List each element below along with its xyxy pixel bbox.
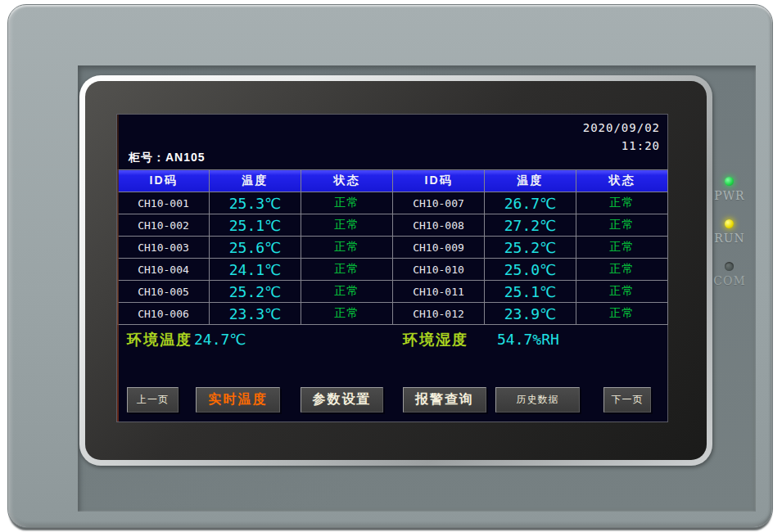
datetime-display: 2020/09/02 11:20 bbox=[583, 119, 660, 155]
realtime-temperature-button[interactable]: 实时温度 bbox=[196, 387, 280, 413]
channel-id-cell: CH10-009 bbox=[393, 237, 485, 259]
temperature-cell: 25.2℃ bbox=[210, 281, 301, 303]
power-led-label: PWR bbox=[712, 189, 748, 202]
table-header-row: ID码 温度 状态 ID码 温度 状态 bbox=[118, 170, 668, 192]
channel-id-cell: CH10-007 bbox=[393, 192, 485, 214]
status-cell: 正常 bbox=[576, 303, 668, 325]
status-cell: 正常 bbox=[301, 303, 393, 325]
header-temp-1: 温度 bbox=[210, 170, 301, 192]
channel-id-cell: CH10-001 bbox=[118, 192, 210, 214]
status-cell: 正常 bbox=[301, 237, 393, 259]
temperature-cell: 25.1℃ bbox=[485, 281, 576, 303]
temperature-cell: 26.7℃ bbox=[485, 192, 576, 214]
alarm-query-button[interactable]: 报警查询 bbox=[403, 387, 486, 413]
channel-id-cell: CH10-004 bbox=[118, 259, 210, 281]
prev-page-button[interactable]: 上一页 bbox=[127, 387, 179, 413]
power-led-icon bbox=[725, 177, 734, 186]
table-row: CH10-004 24.1℃ 正常 CH10-010 25.0℃ 正常 bbox=[118, 259, 668, 281]
status-cell: 正常 bbox=[576, 214, 668, 237]
channel-id-cell: CH10-006 bbox=[118, 303, 210, 325]
header-status-1: 状态 bbox=[301, 170, 393, 192]
channel-id-cell: CH10-003 bbox=[118, 237, 210, 259]
table-row: CH10-003 25.6℃ 正常 CH10-009 25.2℃ 正常 bbox=[118, 237, 668, 259]
channel-id-cell: CH10-011 bbox=[393, 281, 485, 303]
temperature-cell: 25.1℃ bbox=[210, 214, 301, 237]
parameter-settings-button[interactable]: 参数设置 bbox=[301, 387, 383, 413]
table-row: CH10-006 23.3℃ 正常 CH10-012 23.9℃ 正常 bbox=[118, 303, 668, 325]
temperature-cell: 23.9℃ bbox=[485, 303, 576, 325]
status-cell: 正常 bbox=[301, 281, 393, 303]
channel-id-cell: CH10-012 bbox=[393, 303, 485, 325]
table-row: CH10-002 25.1℃ 正常 CH10-008 27.2℃ 正常 bbox=[118, 214, 668, 237]
ambient-humidity-label: 环境湿度 bbox=[403, 330, 468, 349]
header-id-1: ID码 bbox=[118, 170, 210, 192]
temperature-cell: 25.6℃ bbox=[210, 237, 301, 259]
status-cell: 正常 bbox=[576, 192, 668, 214]
temperature-cell: 24.1℃ bbox=[210, 259, 301, 281]
header-status-2: 状态 bbox=[576, 170, 668, 192]
cabinet-number-label: 柜号：AN105 bbox=[129, 151, 206, 165]
temperature-cell: 25.2℃ bbox=[485, 237, 576, 259]
next-page-button[interactable]: 下一页 bbox=[603, 387, 651, 413]
channel-id-cell: CH10-008 bbox=[393, 214, 485, 237]
com-led-icon bbox=[725, 262, 734, 271]
temperature-table: ID码 温度 状态 ID码 温度 状态 CH10-001 25.3℃ 正常 CH… bbox=[117, 169, 668, 325]
date-text: 2020/09/02 bbox=[583, 119, 660, 137]
table-row: CH10-005 25.2℃ 正常 CH10-011 25.1℃ 正常 bbox=[118, 281, 668, 303]
temperature-cell: 23.3℃ bbox=[210, 303, 301, 325]
ambient-temperature-value: 24.7℃ bbox=[194, 331, 246, 348]
header-temp-2: 温度 bbox=[485, 170, 576, 192]
time-text: 11:20 bbox=[583, 137, 660, 155]
history-data-button[interactable]: 历史数据 bbox=[495, 387, 580, 413]
channel-id-cell: CH10-010 bbox=[393, 259, 485, 281]
temperature-cell: 25.3℃ bbox=[210, 192, 301, 214]
status-cell: 正常 bbox=[576, 259, 668, 281]
com-led-label: COM bbox=[712, 274, 748, 287]
temperature-cell: 27.2℃ bbox=[485, 214, 576, 237]
run-led-label: RUN bbox=[712, 232, 748, 245]
table-row: CH10-001 25.3℃ 正常 CH10-007 26.7℃ 正常 bbox=[118, 192, 668, 214]
temperature-cell: 25.0℃ bbox=[485, 259, 576, 281]
ambient-temperature-label: 环境温度 bbox=[127, 330, 192, 349]
ambient-humidity-value: 54.7%RH bbox=[497, 331, 559, 348]
status-cell: 正常 bbox=[301, 192, 393, 214]
status-cell: 正常 bbox=[576, 237, 668, 259]
channel-id-cell: CH10-002 bbox=[118, 214, 210, 237]
status-cell: 正常 bbox=[301, 214, 393, 237]
run-led-icon bbox=[725, 219, 734, 228]
channel-id-cell: CH10-005 bbox=[118, 281, 210, 303]
header-id-2: ID码 bbox=[393, 170, 485, 192]
lcd-screen: 2020/09/02 11:20 柜号：AN105 ID码 温度 状态 ID码 … bbox=[117, 115, 667, 422]
status-cell: 正常 bbox=[301, 259, 393, 281]
status-cell: 正常 bbox=[576, 281, 668, 303]
